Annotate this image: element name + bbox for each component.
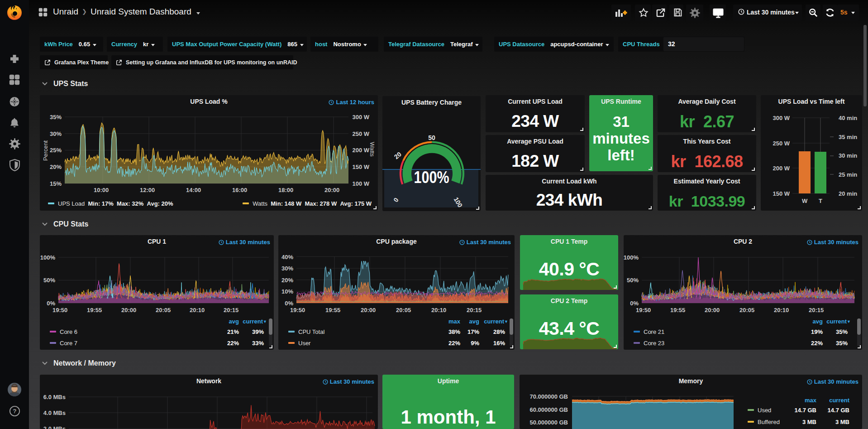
svg-text:50: 50 bbox=[428, 134, 435, 141]
svg-text:100%: 100% bbox=[414, 168, 449, 187]
svg-text:?: ? bbox=[13, 408, 16, 415]
svg-text:20: 20 bbox=[393, 150, 403, 160]
